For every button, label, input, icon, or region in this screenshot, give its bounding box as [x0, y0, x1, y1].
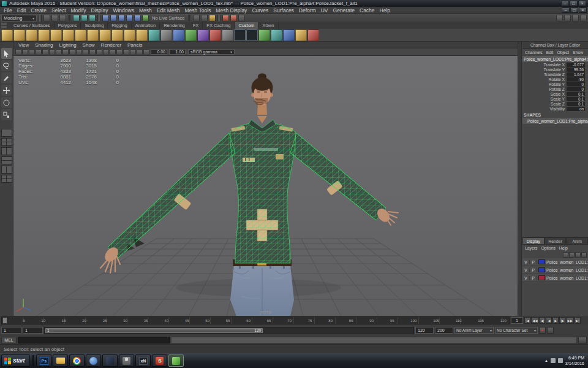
layout-two-pane-stacked-icon[interactable]	[1, 156, 12, 164]
menu-set-dropdown[interactable]: Modeling	[1, 15, 37, 21]
taskbar-app-dark[interactable]	[102, 355, 118, 367]
range-slider-track[interactable]: 1 120	[44, 327, 414, 334]
shelf-script-button[interactable]	[246, 29, 258, 41]
layer-name[interactable]: Police_women_LOD1:Pre	[546, 268, 588, 272]
select-hierarchy-icon[interactable]	[73, 15, 80, 21]
menu-item[interactable]: Mesh	[137, 7, 154, 13]
motion-blur-icon[interactable]	[103, 49, 109, 55]
minimize-button[interactable]: –	[561, 1, 569, 6]
isolate-select-icon[interactable]	[123, 49, 129, 55]
snap-view-plane-icon[interactable]	[134, 15, 141, 21]
playback-range-bar[interactable]: 1 120	[45, 328, 263, 333]
scene-close-button[interactable]: ×	[579, 7, 587, 13]
scene-restore-button[interactable]: □	[570, 7, 578, 13]
shelf-button[interactable]	[75, 29, 86, 41]
lock-camera-icon[interactable]	[22, 49, 28, 55]
channel-box-header[interactable]: Channel Box / Layer Editor	[522, 42, 588, 49]
mel-input[interactable]	[18, 337, 170, 343]
shelf-button[interactable]	[209, 29, 221, 41]
shelf-button[interactable]	[38, 29, 50, 41]
menu-item[interactable]: Help	[377, 7, 393, 13]
modeling-toolkit-toggle-icon[interactable]	[580, 15, 587, 21]
field-chart-icon[interactable]	[130, 49, 136, 55]
panel-menu-item[interactable]: Show	[80, 42, 98, 48]
snap-point-icon[interactable]	[118, 15, 125, 21]
scene-minimize-button[interactable]: –	[562, 7, 570, 13]
current-frame-marker[interactable]	[3, 318, 7, 323]
shelf-tab[interactable]: Animation	[132, 22, 160, 29]
script-editor-icon[interactable]	[578, 337, 587, 343]
status-separator[interactable]	[188, 15, 191, 21]
channel-name[interactable]: Translate Z	[522, 72, 567, 77]
taskbar-app-xnormal[interactable]: xN	[135, 355, 151, 367]
shelf-tab[interactable]: Polygons	[55, 22, 81, 29]
shelf-menu-icon[interactable]	[1, 23, 7, 28]
playback-button[interactable]: ◀	[546, 317, 552, 324]
shelf-tab[interactable]: FX	[189, 22, 203, 29]
view-transform-dropdown[interactable]: sRGB gamma	[188, 49, 235, 55]
select-tool-icon[interactable]	[1, 48, 12, 59]
layout-single-pane-icon[interactable]	[1, 129, 12, 137]
render-icon[interactable]	[222, 15, 229, 21]
render-settings-icon[interactable]	[238, 15, 245, 21]
mel-toggle-button[interactable]: MEL	[1, 337, 17, 343]
menu-item[interactable]: Surfaces	[271, 7, 296, 13]
menu-item[interactable]: Generate	[331, 7, 357, 13]
save-scene-icon[interactable]	[59, 15, 66, 21]
tray-expand-icon[interactable]: ▲	[545, 359, 548, 362]
textured-mode-icon[interactable]	[76, 49, 82, 55]
layer-name[interactable]: Police_women_LOD1:Pre	[546, 276, 588, 280]
menu-item[interactable]: Edit	[15, 7, 29, 13]
new-layer-from-selected-icon[interactable]	[581, 252, 587, 258]
channel-value-field[interactable]: on	[567, 107, 585, 111]
menu-item[interactable]: Select	[49, 7, 69, 13]
channel-name[interactable]: Rotate Y	[522, 82, 567, 86]
paint-select-tool-icon[interactable]	[1, 72, 12, 83]
shelf-button[interactable]	[197, 29, 209, 41]
shape-node-name[interactable]: Police_women_LOD1:Pre_alpha4:PoliceJacke…	[522, 118, 588, 124]
channel-value-field[interactable]: 0.1	[567, 102, 585, 106]
auto-keyframe-toggle-icon[interactable]	[539, 327, 546, 334]
menu-item[interactable]: Display	[89, 7, 111, 13]
shelf-button[interactable]	[124, 29, 135, 41]
sequence-time-icon[interactable]	[116, 49, 123, 55]
shelf-button[interactable]	[160, 29, 172, 41]
shelf-button[interactable]	[295, 29, 307, 41]
move-layer-down-icon[interactable]	[569, 252, 575, 258]
output-connections-icon[interactable]	[201, 15, 208, 21]
channel-value-field[interactable]: 0.1	[567, 97, 585, 101]
playback-button[interactable]: ◀|	[539, 317, 545, 324]
shelf-button[interactable]	[99, 29, 111, 41]
shelf-button[interactable]	[307, 29, 319, 41]
channel-name[interactable]: Rotate X	[522, 77, 567, 82]
resolution-gate-icon[interactable]	[137, 49, 143, 55]
2d-pan-zoom-icon[interactable]	[49, 49, 55, 55]
construction-history-icon[interactable]	[209, 15, 216, 21]
status-separator[interactable]	[68, 15, 71, 21]
open-scene-icon[interactable]	[51, 15, 58, 21]
channel-box-menu-item[interactable]: Show	[571, 50, 585, 55]
wireframe-mode-icon[interactable]	[62, 49, 69, 55]
shelf-tab[interactable]: Curves / Surfaces	[10, 22, 55, 29]
new-empty-layer-icon[interactable]	[575, 252, 581, 258]
shelf-button[interactable]	[148, 29, 160, 41]
anim-layer-dropdown[interactable]: No Anim Layer	[454, 327, 494, 334]
shelf-button[interactable]	[50, 29, 62, 41]
taskbar-app-person[interactable]	[119, 355, 134, 367]
attribute-editor-toggle-icon[interactable]	[556, 15, 563, 21]
maximize-button[interactable]: □	[570, 1, 578, 6]
layer-color-swatch[interactable]	[538, 259, 545, 264]
viewport-canvas[interactable]: Verts: 3623 1308 0 Edges: 7900 3015 0 Fa…	[13, 56, 518, 316]
layer-playback-toggle[interactable]: P	[530, 260, 537, 264]
layer-name[interactable]: Police_women_LOD1:Pre	[546, 260, 588, 264]
playback-button[interactable]: ▶|	[575, 317, 581, 324]
layer-row[interactable]: V P Police_women_LOD1:Pre	[522, 258, 588, 266]
panel-menu-item[interactable]: View	[15, 42, 32, 48]
grease-pencil-icon[interactable]	[56, 49, 62, 55]
menu-item[interactable]: Deform	[296, 7, 318, 13]
layer-visibility-toggle[interactable]: V	[522, 268, 530, 272]
channel-box-menu-item[interactable]: Channels	[523, 50, 545, 55]
taskbar-app-photoshop[interactable]: Ps	[36, 355, 51, 367]
layout-persp-uv-icon[interactable]	[1, 175, 12, 183]
close-button[interactable]: ×	[578, 1, 586, 6]
